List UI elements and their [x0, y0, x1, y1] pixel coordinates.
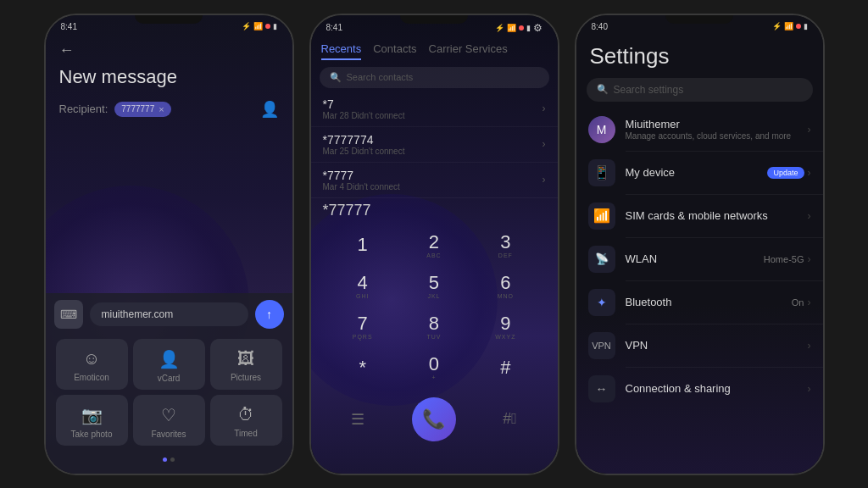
call-item-3[interactable]: *7777 Mar 4 Didn't connect ›: [311, 163, 558, 198]
settings-item-wlan[interactable]: 📡 WLAN Home-5G ›: [576, 238, 823, 280]
dial-main-8: 8: [429, 314, 439, 333]
settings-gear-icon[interactable]: ⚙: [533, 22, 542, 34]
call-number-2: *7777774: [323, 133, 405, 147]
dial-key-7[interactable]: 7PQRS: [328, 308, 398, 347]
dialpad-icon[interactable]: #⃣: [503, 410, 517, 428]
takephoto-label: Take photo: [71, 430, 113, 439]
settings-item-vpn[interactable]: VPN VPN ›: [576, 324, 823, 367]
recipient-row: Recipient: 7777777 × 👤: [46, 95, 292, 124]
dial-main-3: 3: [500, 233, 510, 252]
input-area: ⌨ ↑ ☺ Emoticon 👤 vCard 🖼 Picture: [46, 293, 292, 474]
tab-contacts[interactable]: Contacts: [373, 42, 416, 60]
status-bar-3: 8:40 ⚡ 📶 ▮: [576, 15, 823, 35]
messages-title: New message: [59, 66, 177, 87]
chip-close-icon[interactable]: ×: [159, 104, 164, 114]
timer-icon: ⏱: [237, 405, 254, 424]
connection-icon: ↔: [588, 375, 615, 402]
dial-key-3[interactable]: 3DEF: [470, 226, 540, 265]
action-favorites[interactable]: ♡ Favorites: [133, 395, 205, 446]
pictures-label: Pictures: [231, 373, 261, 382]
call-detail-2: Mar 25 Didn't connect: [323, 147, 405, 156]
emoticon-label: Emoticon: [74, 373, 109, 382]
call-button[interactable]: 📞: [412, 397, 456, 441]
add-contact-icon[interactable]: 👤: [260, 100, 279, 119]
my-device-chevron-icon: ›: [808, 167, 811, 179]
tab-carrier[interactable]: Carrier Services: [429, 42, 508, 60]
status-dot-1: [265, 24, 270, 29]
my-device-item[interactable]: 📱 My device Update ›: [576, 152, 823, 194]
call-item-1[interactable]: *7 Mar 28 Didn't connect ›: [311, 92, 558, 127]
miuithemer-name: Miuithemer: [626, 118, 798, 130]
bluetooth-icon-3: ⚡: [772, 22, 782, 30]
update-badge: Update: [767, 167, 804, 179]
recipient-value: 7777777: [121, 104, 154, 114]
call-info-2: *7777774 Mar 25 Didn't connect: [323, 133, 405, 156]
tab-recents[interactable]: Recents: [321, 42, 362, 60]
settings-item-sim[interactable]: 📶 SIM cards & mobile networks ›: [576, 195, 823, 237]
my-device-content: My device: [626, 166, 758, 179]
dial-key-9[interactable]: 9WXYZ: [470, 308, 540, 347]
dial-main-6: 6: [500, 274, 510, 292]
phone-dialer: 8:41 ⚡ 📶 ▮ ⚙ Recents Contacts Carrier Se…: [309, 14, 559, 475]
dial-main-5: 5: [429, 274, 439, 292]
favorites-label: Favorites: [151, 430, 186, 439]
dial-key-hash[interactable]: #: [470, 348, 540, 387]
call-number-1: *7: [323, 97, 405, 111]
bluetooth-content: Bluetooth: [626, 296, 782, 308]
miuithemer-item[interactable]: M Miuithemer Manage accounts, cloud serv…: [576, 108, 823, 151]
settings-search-bar[interactable]: 🔍 Search settings: [587, 78, 813, 102]
search-icon-2: 🔍: [330, 72, 342, 83]
dial-main-1: 1: [358, 236, 368, 254]
dial-key-4[interactable]: 4GHI: [328, 267, 398, 306]
my-device-label: My device: [626, 166, 758, 179]
action-vcard[interactable]: 👤 vCard: [133, 339, 205, 390]
status-time-3: 8:40: [592, 22, 608, 31]
dial-main-0: 0: [429, 355, 439, 374]
vcard-icon: 👤: [159, 349, 180, 369]
phones-container: 8:41 ⚡ 📶 ▮ ← New message Recipient: 777: [27, 5, 842, 484]
vpn-content: VPN: [626, 339, 798, 352]
dial-display: *77777: [311, 198, 558, 223]
recipient-chip[interactable]: 7777777 ×: [114, 102, 170, 117]
dot-1: [163, 458, 167, 462]
settings-item-connection[interactable]: ↔ Connection & sharing ›: [576, 368, 823, 410]
connection-label: Connection & sharing: [626, 382, 798, 395]
call-chevron-2: ›: [542, 138, 546, 150]
sim-content: SIM cards & mobile networks: [626, 209, 798, 222]
wlan-chevron-icon: ›: [808, 253, 811, 265]
page-dots: [54, 452, 284, 467]
camera-icon: 📷: [81, 405, 103, 425]
status-icons-1: ⚡ 📶 ▮: [242, 22, 277, 30]
settings-item-bluetooth[interactable]: ✦ Bluetooth On ›: [576, 281, 823, 324]
dial-key-8[interactable]: 8TUV: [399, 308, 469, 347]
menu-icon[interactable]: ☰: [351, 410, 364, 429]
dial-key-0[interactable]: 0+: [399, 348, 469, 387]
action-emoticon[interactable]: ☺ Emoticon: [56, 339, 128, 390]
dial-key-star[interactable]: *: [328, 348, 398, 387]
call-item-2[interactable]: *7777774 Mar 25 Didn't connect ›: [311, 127, 558, 163]
heart-icon: ♡: [161, 405, 176, 425]
contacts-search[interactable]: 🔍 Search contacts: [320, 67, 549, 88]
status-bar-1: 8:41 ⚡ 📶 ▮: [46, 15, 292, 35]
dial-main-2: 2: [429, 233, 439, 252]
dial-key-2[interactable]: 2ABC: [399, 226, 469, 265]
bluetooth-right: On ›: [792, 297, 811, 308]
phone3-screen: 8:40 ⚡ 📶 ▮ Settings 🔍 Search settings M: [576, 15, 823, 474]
dot-2: [170, 458, 175, 462]
send-button[interactable]: ↑: [255, 300, 284, 329]
action-pictures[interactable]: 🖼 Pictures: [210, 339, 282, 390]
dial-key-1[interactable]: 1: [328, 226, 398, 265]
dial-key-6[interactable]: 6MNO: [470, 267, 540, 306]
sim-icon: 📶: [588, 202, 615, 230]
dial-key-5[interactable]: 5JKL: [399, 267, 469, 306]
vpn-label: VPN: [626, 339, 798, 352]
wlan-content: WLAN: [626, 252, 754, 265]
back-button[interactable]: ←: [59, 42, 75, 59]
phone2-screen: 8:41 ⚡ 📶 ▮ ⚙ Recents Contacts Carrier Se…: [311, 15, 558, 474]
action-takephoto[interactable]: 📷 Take photo: [56, 395, 128, 446]
message-input[interactable]: [90, 302, 248, 326]
keyboard-button[interactable]: ⌨: [54, 300, 83, 329]
status-time-2: 8:41: [326, 23, 342, 32]
timed-label: Timed: [234, 429, 257, 438]
action-timed[interactable]: ⏱ Timed: [210, 395, 282, 446]
